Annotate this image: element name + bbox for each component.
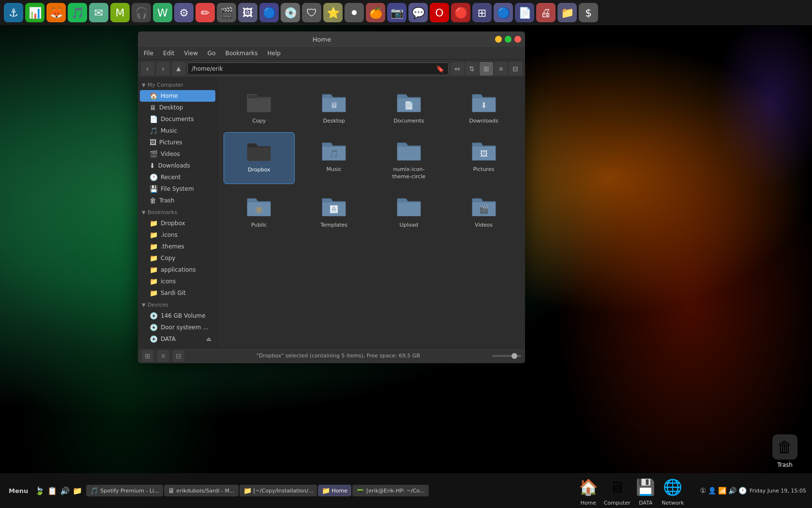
maximize-button[interactable]: [505, 36, 511, 43]
file-item-copy[interactable]: Copy: [224, 84, 295, 128]
properties-button[interactable]: ⊟: [173, 350, 184, 362]
sidebar-item-videos[interactable]: 🎬 Videos: [140, 148, 215, 160]
trash-desktop-icon[interactable]: 🗑 Trash: [772, 434, 797, 468]
task-home[interactable]: 📁 Home: [318, 485, 351, 496]
dock-item-network[interactable]: 🌐 Network: [661, 476, 684, 506]
minimize-button[interactable]: [495, 36, 502, 43]
sidebar-item-data[interactable]: 💿 DATA ⏏: [140, 333, 215, 345]
dock-item-computer[interactable]: 🖥 Computer: [604, 476, 631, 506]
menu-edit[interactable]: Edit: [161, 49, 176, 58]
sidebar-item-applications[interactable]: 📁 applications: [140, 264, 215, 276]
topbar-app-blue[interactable]: 🔵: [259, 3, 279, 22]
topbar-thunderbird[interactable]: ✉: [89, 3, 108, 22]
file-item-numix[interactable]: numix-icon-theme-circle: [374, 132, 445, 184]
topbar-app-grid[interactable]: ⊞: [472, 3, 492, 22]
volume-icon-bt[interactable]: 🔊: [59, 485, 71, 496]
mint-icon[interactable]: 🍃: [34, 485, 45, 496]
list-view-button[interactable]: ≡: [494, 62, 508, 76]
sidebar-item-systeem[interactable]: 💿 Door systeem ger...: [140, 322, 215, 333]
topbar-app-camera[interactable]: 📷: [387, 3, 406, 22]
sidebar-item-filesystem[interactable]: 💾 File System: [140, 183, 215, 195]
task-sardi[interactable]: 🖥 erikdubois/Sardi - M...: [164, 485, 239, 496]
grid-view-button[interactable]: ⊞: [480, 62, 493, 76]
sidebar-item-dropbox[interactable]: 📁 Dropbox: [140, 217, 215, 229]
sidebar-item-downloads[interactable]: ⬇ Downloads: [140, 160, 215, 171]
file-item-music[interactable]: 🎵 Music: [299, 132, 370, 184]
eject-icon[interactable]: ⏏: [206, 336, 211, 342]
toggle-extra-button[interactable]: ≡: [157, 350, 169, 362]
forward-button[interactable]: ›: [156, 62, 170, 76]
back-button[interactable]: ‹: [141, 62, 154, 76]
sidebar-item-icons-hidden[interactable]: 📁 .icons: [140, 229, 215, 241]
topbar-app-yellow[interactable]: ⭐: [323, 3, 343, 22]
menu-go[interactable]: Go: [206, 49, 218, 58]
file-item-public[interactable]: 🔆 Public: [224, 188, 295, 232]
close-button[interactable]: [514, 36, 521, 43]
task-copy[interactable]: 📁 [~/Copy/Installation/...: [240, 485, 317, 496]
clipboard-icon[interactable]: 📋: [46, 485, 58, 496]
location-bar[interactable]: /home/erik 🔖: [187, 62, 449, 75]
topbar-firefox[interactable]: 🦊: [46, 3, 66, 22]
sidebar-item-copy-bm[interactable]: 📁 Copy: [140, 252, 215, 264]
file-item-videos[interactable]: 🎬 Videos: [448, 188, 519, 232]
menu-bookmarks[interactable]: Bookmarks: [223, 49, 259, 58]
topbar-app-round[interactable]: 🔵: [494, 3, 513, 22]
topbar-app-fw[interactable]: W: [153, 3, 172, 22]
file-item-documents[interactable]: 📄 Documents: [374, 84, 445, 128]
menu-view[interactable]: View: [182, 49, 199, 58]
up-button[interactable]: ▲: [172, 62, 185, 76]
file-item-desktop[interactable]: 🖥 Desktop: [299, 84, 370, 128]
topbar-pencil[interactable]: ✏: [195, 3, 215, 22]
topbar-app-print[interactable]: 🖨: [536, 3, 556, 22]
topbar-app-doc[interactable]: 📄: [515, 3, 534, 22]
sidebar-item-documents[interactable]: 📄 Documents: [140, 113, 215, 125]
topbar-app-lm[interactable]: M: [110, 3, 130, 22]
sidebar-item-desktop[interactable]: 🖥 Desktop: [140, 102, 215, 113]
topbar-app-orange[interactable]: 🍊: [366, 3, 385, 22]
topbar-spotify[interactable]: 🎵: [68, 3, 87, 22]
topbar-cd[interactable]: 💿: [281, 3, 300, 22]
sidebar-item-recent[interactable]: 🕐 Recent: [140, 171, 215, 183]
sidebar-section-devices-header[interactable]: ▼ Devices: [138, 300, 217, 310]
zoom-control[interactable]: [492, 355, 521, 357]
sidebar-section-bookmarks-header[interactable]: ▼ Bookmarks: [138, 207, 217, 217]
sidebar-item-sardi-git[interactable]: 📁 Sardi Git: [140, 287, 215, 299]
sidebar-item-trash[interactable]: 🗑 Trash: [140, 195, 215, 206]
sidebar-section-mycomputer-header[interactable]: ▼ My Computer: [138, 80, 217, 90]
topbar-anchor-app[interactable]: ⚓: [4, 3, 23, 22]
menu-button[interactable]: Menu: [4, 485, 33, 496]
compact-view-button[interactable]: ⊟: [509, 62, 522, 76]
file-item-templates[interactable]: 🅰 Templates: [299, 188, 370, 232]
topbar-files[interactable]: 📁: [557, 3, 577, 22]
menu-file[interactable]: File: [142, 49, 155, 58]
topbar-dollar[interactable]: $: [579, 3, 598, 22]
topbar-app-circle[interactable]: ⚙: [174, 3, 194, 22]
topbar-video[interactable]: 🎬: [217, 3, 236, 22]
topbar-activity-monitor[interactable]: 📊: [25, 3, 45, 22]
toggle-sidebar-button[interactable]: ⊞: [142, 350, 153, 362]
file-item-pictures[interactable]: 🖼 Pictures: [448, 132, 519, 184]
task-terminal[interactable]: 📟 [erik@Erik-HP: ~/Co...: [352, 485, 429, 496]
split-view-button[interactable]: ⇔: [451, 62, 464, 76]
dock-item-home[interactable]: 🏠 Home: [577, 476, 600, 506]
file-item-downloads[interactable]: ⬇ Downloads: [448, 84, 519, 128]
topbar-photos[interactable]: 🖼: [238, 3, 257, 22]
file-item-upload[interactable]: Upload: [374, 188, 445, 232]
topbar-app-msg[interactable]: 💬: [408, 3, 428, 22]
files-icon-bt[interactable]: 📁: [72, 485, 83, 496]
topbar-mixxx[interactable]: 🎧: [132, 3, 151, 22]
sidebar-item-icons-bm[interactable]: 📁 icons: [140, 276, 215, 287]
file-item-dropbox[interactable]: Dropbox: [224, 132, 295, 184]
topbar-app-gray[interactable]: ⚫: [345, 3, 364, 22]
task-spotify[interactable]: 🎵 Spotify Premium - Li...: [86, 485, 163, 496]
sidebar-item-themes[interactable]: 📁 .themes: [140, 241, 215, 252]
menu-help[interactable]: Help: [266, 49, 283, 58]
sidebar-item-146gb[interactable]: 💿 146 GB Volume: [140, 310, 215, 322]
sidebar-item-pictures[interactable]: 🖼 Pictures: [140, 137, 215, 148]
sort-button[interactable]: ⇅: [465, 62, 479, 76]
sidebar-item-music[interactable]: 🎵 Music: [140, 125, 215, 137]
topbar-opera[interactable]: O: [430, 3, 449, 22]
topbar-app-red[interactable]: 🔴: [451, 3, 470, 22]
dock-item-data[interactable]: 💾 DATA: [634, 476, 657, 506]
bookmark-icon[interactable]: 🔖: [436, 65, 444, 73]
